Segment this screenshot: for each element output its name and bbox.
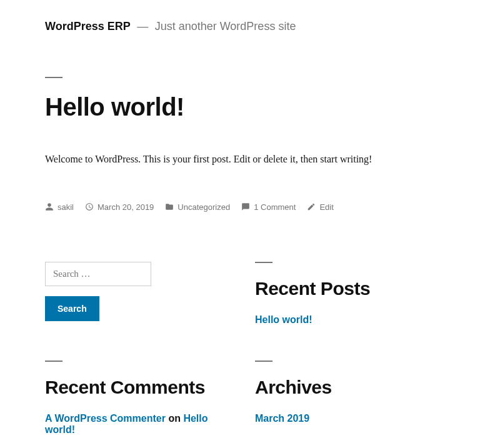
- post-article: Hello world! Welcome to WordPress. This …: [45, 77, 440, 212]
- recent-comments-widget: Recent Comments A WordPress Commenter on…: [45, 361, 230, 436]
- meta-edit: Edit: [307, 202, 333, 212]
- person-icon: [45, 202, 54, 211]
- recent-comment-item: A WordPress Commenter on Hello world!: [45, 413, 230, 436]
- archive-link[interactable]: March 2019: [255, 413, 309, 424]
- comment-icon: [241, 202, 250, 211]
- widget-divider: [255, 361, 272, 362]
- meta-author: sakil: [45, 202, 74, 212]
- post-title: Hello world!: [45, 93, 440, 121]
- category-link[interactable]: Uncategorized: [178, 202, 230, 212]
- widgets-area: Search Recent Posts Hello world! Recent …: [45, 262, 440, 436]
- comments-link[interactable]: 1 Comment: [254, 202, 296, 212]
- search-button[interactable]: Search: [45, 296, 99, 321]
- post-meta: sakil March 20, 2019 Uncategorized 1 Com…: [45, 202, 440, 212]
- search-input[interactable]: [45, 262, 151, 286]
- archives-title: Archives: [255, 377, 440, 398]
- site-tagline: Just another WordPress site: [155, 20, 296, 32]
- date-link[interactable]: March 20, 2019: [98, 202, 154, 212]
- recent-post-link[interactable]: Hello world!: [255, 314, 312, 325]
- tagline-separator: —: [137, 20, 148, 32]
- folder-icon: [165, 202, 174, 211]
- post-content: Welcome to WordPress. This is your first…: [45, 151, 440, 167]
- clock-icon: [85, 202, 94, 211]
- archives-widget: Archives March 2019: [255, 361, 440, 436]
- recent-posts-title: Recent Posts: [255, 278, 440, 299]
- search-widget: Search: [45, 262, 230, 326]
- site-header: WordPress ERP — Just another WordPress s…: [45, 20, 440, 33]
- post-divider: [45, 77, 62, 78]
- edit-link[interactable]: Edit: [319, 202, 333, 212]
- meta-comments: 1 Comment: [241, 202, 296, 212]
- comment-on-text: on: [168, 413, 181, 424]
- widget-divider: [255, 262, 272, 263]
- site-title-link[interactable]: WordPress ERP: [45, 20, 131, 32]
- pencil-icon: [307, 202, 316, 211]
- meta-category: Uncategorized: [165, 202, 230, 212]
- recent-comments-title: Recent Comments: [45, 377, 230, 398]
- meta-date: March 20, 2019: [85, 202, 154, 212]
- widget-divider: [45, 361, 62, 362]
- recent-posts-widget: Recent Posts Hello world!: [255, 262, 440, 326]
- author-link[interactable]: sakil: [58, 202, 74, 212]
- comment-author-link[interactable]: A WordPress Commenter: [45, 413, 166, 424]
